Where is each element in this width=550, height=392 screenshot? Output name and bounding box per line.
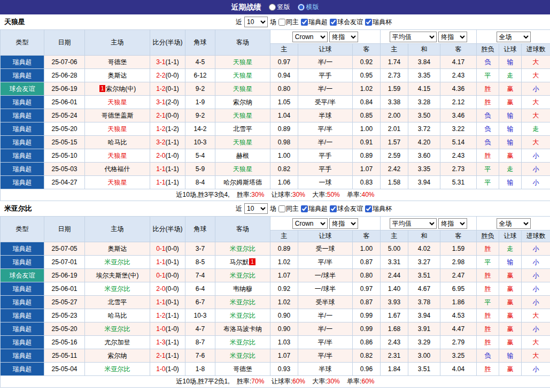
asia-final-select[interactable]: 终指 — [329, 32, 358, 42]
fulltime-score[interactable]: 0-1 — [156, 272, 165, 279]
fulltime-score[interactable]: 2-0 — [156, 285, 165, 293]
league-cell[interactable]: 瑞典超 — [1, 122, 44, 136]
league-cell[interactable]: 瑞典超 — [1, 163, 44, 176]
team-link[interactable]: 韦纳穆 — [233, 285, 252, 293]
team-link[interactable]: 哥德堡 — [108, 58, 127, 66]
team-link[interactable]: 米亚尔比 — [230, 298, 255, 306]
team-link[interactable]: 天狼星 — [233, 165, 252, 173]
fulltime-score[interactable]: 3-1 — [156, 98, 165, 106]
horizontal-radio[interactable] — [298, 4, 305, 11]
league-cell[interactable]: 瑞典超 — [1, 349, 44, 363]
filter-swedish-super[interactable]: 瑞典超 — [301, 204, 328, 213]
asia-final-select[interactable]: 终指 — [329, 218, 358, 229]
filter-club-friendly[interactable]: 球会友谊 — [330, 204, 363, 213]
league-cell[interactable]: 瑞典超 — [1, 69, 44, 82]
bookmaker-select[interactable]: Crown — [292, 32, 328, 42]
league-cell[interactable]: 瑞典超 — [1, 176, 44, 189]
fulltime-score[interactable]: 1-1 — [156, 179, 165, 186]
team-link[interactable]: 奥斯达 — [108, 245, 127, 252]
fulltime-score[interactable]: 3-2 — [156, 139, 165, 146]
club-friendly-checkbox[interactable] — [330, 205, 337, 212]
fulltime-score[interactable]: 1-2 — [156, 125, 165, 133]
league-cell[interactable]: 球会友谊 — [1, 269, 44, 282]
layout-vertical-option[interactable]: 竖版 — [269, 3, 290, 12]
team-link[interactable]: 米亚尔比 — [230, 339, 255, 346]
fulltime-score[interactable]: 1-3 — [156, 339, 165, 346]
fulltime-score[interactable]: 1-2 — [156, 85, 165, 93]
filter-same-home[interactable]: 同主 — [278, 204, 299, 213]
fulltime-score[interactable]: 1-0 — [156, 325, 165, 333]
euro-final-select[interactable]: 终指 — [438, 32, 467, 42]
team-link[interactable]: 哈马比 — [108, 312, 127, 319]
recent-count-select[interactable]: 10 — [244, 17, 268, 27]
team-link[interactable]: 赫根 — [236, 152, 249, 159]
team-link[interactable]: 天狼星 — [233, 58, 252, 66]
team-link[interactable]: 天狼星 — [108, 98, 127, 106]
fulltime-score[interactable]: 1-1 — [156, 165, 165, 173]
team-link[interactable]: 布洛马波卡纳 — [223, 325, 262, 333]
fulltime-score[interactable]: 2-0 — [156, 152, 165, 159]
team-link[interactable]: 米亚尔比 — [105, 258, 130, 266]
league-cell[interactable]: 瑞典超 — [1, 56, 44, 69]
team-link[interactable]: 北雪平 — [108, 298, 127, 306]
team-link[interactable]: 奥斯达 — [108, 72, 127, 79]
league-cell[interactable]: 球会友谊 — [1, 82, 44, 96]
league-cell[interactable]: 瑞典超 — [1, 363, 44, 376]
team-link[interactable]: 哥德堡盖斯 — [102, 112, 134, 119]
team-link[interactable]: 天狼星 — [233, 139, 252, 146]
fulltime-score[interactable]: 2-2 — [156, 72, 165, 79]
team-link[interactable]: 米亚尔比 — [230, 352, 255, 359]
swedish-cup-checkbox[interactable] — [365, 19, 372, 26]
fulltime-score[interactable]: 1-1 — [156, 298, 165, 306]
league-cell[interactable]: 瑞典超 — [1, 336, 44, 349]
recent-count-select[interactable]: 10 — [244, 203, 268, 214]
team-link[interactable]: 米亚尔比 — [105, 365, 130, 373]
fulltime-score[interactable]: 1-0 — [156, 365, 165, 373]
filter-swedish-cup[interactable]: 瑞典杯 — [365, 204, 392, 213]
team-link[interactable]: 北雪平 — [233, 125, 252, 133]
team-link[interactable]: 尤尔加登 — [105, 339, 130, 346]
swedish-super-checkbox[interactable] — [301, 205, 308, 212]
same-home-checkbox[interactable] — [278, 19, 285, 26]
team-link[interactable]: 哥德堡 — [233, 365, 252, 373]
fulltime-score[interactable]: 0-1 — [156, 245, 165, 252]
league-cell[interactable]: 瑞典超 — [1, 296, 44, 309]
team-link[interactable]: 哈尔姆斯塔德 — [223, 179, 262, 186]
swedish-super-checkbox[interactable] — [301, 19, 308, 26]
team-link[interactable]: 索尔纳 — [108, 352, 127, 359]
team-link[interactable]: 米亚尔比 — [105, 325, 130, 333]
club-friendly-checkbox[interactable] — [330, 19, 337, 26]
filter-same-home[interactable]: 同主 — [278, 18, 299, 27]
team-link[interactable]: 哈马比 — [108, 139, 127, 146]
euro-average-select[interactable]: 平均值 — [390, 32, 437, 42]
euro-average-select[interactable]: 平均值 — [390, 218, 437, 229]
team-link[interactable]: 天狼星 — [233, 112, 252, 119]
fulltime-score[interactable]: 1-1 — [156, 258, 165, 266]
scope-select[interactable]: 全场 — [497, 218, 531, 229]
team-link[interactable]: 索尔纳 — [233, 98, 252, 106]
filter-swedish-cup[interactable]: 瑞典杯 — [365, 18, 392, 27]
team-link[interactable]: 马尔默 — [229, 258, 249, 266]
filter-club-friendly[interactable]: 球会友谊 — [330, 18, 363, 27]
team-link[interactable]: 米亚尔比 — [230, 245, 255, 252]
same-home-checkbox[interactable] — [278, 205, 285, 212]
league-cell[interactable]: 瑞典超 — [1, 149, 44, 163]
fulltime-score[interactable]: 2-1 — [156, 352, 165, 359]
euro-final-select[interactable]: 终指 — [438, 218, 467, 229]
team-link[interactable]: 埃尔夫斯堡(中) — [96, 272, 139, 279]
team-link[interactable]: 天狼星 — [233, 72, 252, 79]
league-cell[interactable]: 瑞典超 — [1, 96, 44, 109]
team-link[interactable]: 天狼星 — [108, 125, 127, 133]
fulltime-score[interactable]: 1-2 — [156, 312, 165, 319]
scope-select[interactable]: 全场 — [497, 32, 531, 42]
bookmaker-select[interactable]: Crown — [292, 218, 328, 229]
team-link[interactable]: 代格福什 — [105, 165, 130, 173]
vertical-radio[interactable] — [269, 4, 276, 11]
team-link[interactable]: 天狼星 — [108, 179, 127, 186]
league-cell[interactable]: 瑞典超 — [1, 322, 44, 336]
league-cell[interactable]: 瑞典超 — [1, 242, 44, 256]
team-link[interactable]: 天狼星 — [233, 85, 252, 93]
team-link[interactable]: 米亚尔比 — [105, 285, 130, 293]
filter-swedish-super[interactable]: 瑞典超 — [301, 18, 328, 27]
fulltime-score[interactable]: 2-1 — [156, 112, 165, 119]
